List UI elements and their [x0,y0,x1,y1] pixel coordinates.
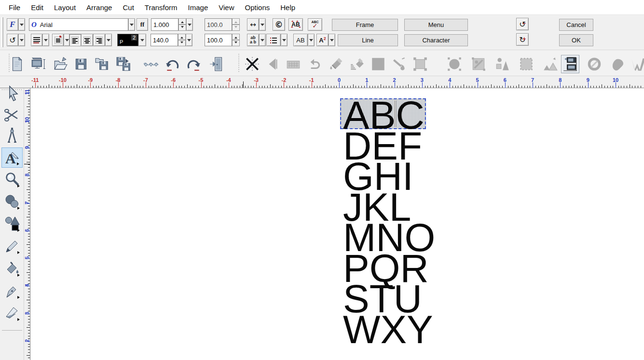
h-ruler-number: -4 [223,77,234,83]
font-name-field[interactable]: O Arial [29,18,128,31]
char-spacing-spinner[interactable] [178,18,186,31]
toolbar-gripper[interactable] [1,17,3,47]
ab-style-button[interactable]: AB [293,34,308,46]
menu-item-arrange[interactable]: Arrange [81,0,117,14]
superscript-button[interactable]: A 2 [316,34,329,46]
char-width-input[interactable] [205,18,232,31]
copyright-button[interactable]: © [273,18,285,31]
justify-left-button[interactable] [69,34,81,46]
undo-icon[interactable] [164,55,182,73]
undo-rotation-button[interactable]: ↺ − [516,18,529,30]
menu-item-edit[interactable]: Edit [26,0,49,14]
font-style-button[interactable]: F [7,18,18,31]
superscript-dropdown[interactable] [329,34,335,46]
menu-item-transform[interactable]: Transform [139,0,183,14]
new-document-icon[interactable] [8,55,26,73]
save-as-icon[interactable] [93,55,111,73]
ok-button-label: OK [572,37,581,44]
line-button[interactable]: Line [338,34,398,46]
shape-tool[interactable] [1,213,23,234]
menu-item-file[interactable]: File [3,0,26,14]
justify-dropdown[interactable] [105,34,112,46]
knife-tool[interactable] [1,303,23,323]
exit-icon[interactable] [208,55,226,73]
paragraph-button[interactable] [52,34,64,46]
open-file-icon[interactable] [51,55,69,73]
ruler-tick [90,82,91,88]
cut-tool[interactable] [1,104,23,124]
redo-icon[interactable] [184,55,203,73]
character-button[interactable]: Character [404,34,468,46]
cut-marks-icon[interactable] [243,55,261,73]
ab-style-dropdown[interactable] [308,34,315,46]
list-button[interactable] [266,34,281,46]
menu-item-cut[interactable]: Cut [117,0,139,14]
cancel-button[interactable]: Cancel [559,19,593,31]
char-spacing-input[interactable] [151,18,178,31]
pencil-tool[interactable] [1,236,23,256]
ligature-button[interactable]: ff [137,18,148,31]
ok-button[interactable]: OK [559,34,593,46]
char-height-input[interactable] [205,34,232,46]
select-tool[interactable] [1,83,23,103]
text-tool[interactable]: A [1,147,23,168]
font-style-dropdown[interactable] [18,18,25,31]
font-size-input[interactable] [151,34,178,46]
kerning-button[interactable]: AB ++++ [288,18,303,31]
pen-tool[interactable] [1,280,23,301]
ruler-tick [256,82,257,88]
ruler-tick [403,86,403,88]
ruler-tick [273,86,273,88]
menu-item-options[interactable]: Options [240,0,275,14]
redo-rotation-button[interactable]: ↻ + [516,33,529,46]
canvas-text-line[interactable]: WXY [343,314,433,345]
font-size-dropdown[interactable] [186,34,192,46]
ruler-tick [28,153,30,154]
h-ruler-number: 6 [499,77,511,83]
chevron-down-icon [282,39,286,43]
save-file-icon[interactable] [72,55,90,73]
fill-tool[interactable] [1,258,23,279]
case-dropdown[interactable] [259,34,266,46]
font-name-dropdown[interactable] [128,18,135,31]
rotate-text-dropdown[interactable] [18,34,25,46]
font-size-spinner[interactable] [178,34,186,46]
char-spacing-dropdown[interactable] [186,18,193,31]
vertical-ruler[interactable]: 111098765432 [24,88,30,360]
ruler-tick [590,86,591,88]
ruler-tick [635,86,635,88]
text-width-button[interactable]: ↔ [247,18,259,31]
ruler-tick [209,86,210,88]
ruler-tick [416,86,417,88]
h-ruler-number: -9 [84,77,96,83]
horizontal-ruler[interactable]: -11-10-9-8-7-6-5-4-3-2-1012345678910 [0,76,644,88]
measure-tool[interactable] [1,125,23,146]
justify-right-button[interactable] [93,34,105,46]
rotate-text-button[interactable]: ↺ [7,34,18,46]
zoom-tool[interactable] [1,169,23,189]
import-export-icon[interactable] [114,55,133,73]
weed-lines-icon[interactable] [142,55,160,73]
frame-button[interactable]: Frame [332,19,398,31]
circle-tool[interactable] [1,191,23,212]
ruler-tick [49,84,49,88]
case-button[interactable]: ab a b [247,34,259,46]
page-setup-icon[interactable] [29,55,48,73]
justify-center-button[interactable] [81,34,93,46]
menu-button[interactable]: Menu [404,19,468,31]
line-spacing-dropdown[interactable] [42,34,49,46]
pen-color-swatch[interactable]: P 2 [117,34,138,46]
menu-item-layout[interactable]: Layout [49,0,81,14]
list-dropdown[interactable] [281,34,288,46]
menu-item-view[interactable]: View [213,0,239,14]
line-spacing-button[interactable] [31,34,42,46]
object-properties-icon[interactable] [561,55,579,73]
menu-item-help[interactable]: Help [275,0,301,14]
char-height-spinner[interactable] [232,34,240,46]
spellcheck-button[interactable]: ABC ✓ [308,18,322,31]
menu-item-image[interactable]: Image [183,0,214,14]
text-width-dropdown[interactable] [259,18,266,31]
ruler-tick [303,86,304,88]
drawing-canvas[interactable]: ABCDEFGHIJKLMNOPQRSTUWXY [31,88,644,360]
pen-color-dropdown[interactable] [138,34,146,46]
